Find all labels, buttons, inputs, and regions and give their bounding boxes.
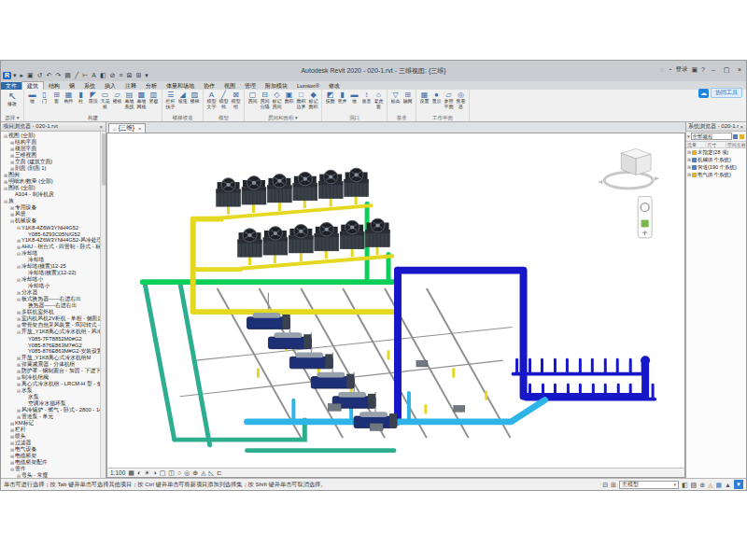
- temporary-view-properties-icon[interactable]: ◬: [201, 469, 205, 477]
- detail-level-icon[interactable]: ▦: [128, 469, 134, 477]
- model-canvas[interactable]: [107, 133, 684, 468]
- ribbon-button-窗[interactable]: ⊞窗: [50, 91, 63, 105]
- blue-pipes[interactable]: [398, 271, 655, 422]
- tree-item[interactable]: ⊞离心式冷水机组 - LRCM-H 型 - 侧吸型 - 108-175-CN: [1, 381, 106, 387]
- ribbon-button-面积边界[interactable]: □面积边界: [295, 91, 307, 109]
- ribbon-button-坡道[interactable]: ◢坡道: [176, 91, 189, 105]
- system-browser-row[interactable]: ⊞未指定(28 项): [686, 148, 746, 156]
- view-tab-3d[interactable]: ⌂ {三维} ×: [108, 123, 146, 133]
- system-browser-row[interactable]: ⊞电气(8 个系统): [686, 171, 746, 178]
- tree-item[interactable]: ⊟开放_Y1K8离心式冷水机组 - 风冷处理: [1, 329, 106, 335]
- ribbon-button-老虎窗[interactable]: ⌂老虎窗: [373, 91, 385, 109]
- ribbon-tab-钢[interactable]: 钢: [64, 82, 79, 90]
- exclude-options-icon[interactable]: ▨: [691, 481, 698, 489]
- ribbon-button-参照平面[interactable]: ▱参照平面: [443, 91, 455, 109]
- crop-view-icon[interactable]: ▢: [160, 469, 166, 477]
- ribbon-button-标记房间[interactable]: ◇标记房间: [271, 91, 283, 109]
- tree-item[interactable]: 冷却塔(横置)(12-22): [1, 270, 106, 276]
- ribbon-tab-系统[interactable]: 系统: [79, 82, 100, 90]
- ribbon-button-竖井[interactable]: ▮竖井: [336, 91, 348, 105]
- ribbon-tab-建筑[interactable]: 建筑: [21, 81, 44, 90]
- navigation-bar[interactable]: [638, 197, 652, 238]
- reveal-constraints-icon[interactable]: ⊏: [217, 469, 222, 477]
- ribbon-tab-视图[interactable]: 视图: [219, 82, 240, 90]
- ribbon-button-标记面积[interactable]: ◆标记面积: [307, 91, 319, 109]
- tree-item[interactable]: ⊞防护罩 - 钢制圆台 - 加固 - 下进下出: [1, 368, 106, 374]
- ribbon-button-模型组[interactable]: ⊠模型组: [230, 91, 242, 109]
- shadows-icon[interactable]: ◑: [152, 469, 156, 477]
- ribbon-button-房间[interactable]: ▢房间: [247, 91, 259, 105]
- ribbon-button-幕墙系统[interactable]: ▤幕墙系统: [123, 91, 135, 109]
- ribbon-tab-附加模块[interactable]: 附加模块: [261, 82, 292, 90]
- tree-item[interactable]: ⊟冷却塔小: [1, 276, 106, 283]
- ribbon-button-墙[interactable]: ▬墙: [348, 91, 360, 105]
- ribbon-button-垂直[interactable]: ↕垂直: [360, 91, 373, 105]
- scale-button[interactable]: 1:100: [110, 469, 125, 476]
- ribbon-tab-修改[interactable]: 修改: [324, 82, 345, 90]
- column-header-流量[interactable]: 流量: [686, 142, 706, 147]
- ribbon-button-设置[interactable]: ▦设置: [418, 91, 430, 105]
- autofit-columns-icon[interactable]: [740, 134, 744, 139]
- collaboration-tools-button[interactable]: 协同工具: [711, 88, 742, 98]
- ribbon-button-修改[interactable]: ↖修改: [3, 91, 21, 107]
- column-header-空间名称[interactable]: 空间名称: [726, 142, 746, 147]
- ribbon-tab-文件[interactable]: 文件: [1, 82, 21, 90]
- tree-item[interactable]: ⊟机械设备: [1, 217, 106, 224]
- view-tab-close-icon[interactable]: ×: [138, 126, 142, 132]
- ribbon-button-栏杆扶手[interactable]: ☰栏杆扶手: [164, 91, 176, 109]
- project-browser-close-icon[interactable]: ×: [98, 124, 104, 130]
- ribbon-button-按面[interactable]: ◩按面: [324, 91, 336, 105]
- press-drag-icon[interactable]: ⊕: [699, 481, 705, 489]
- ribbon-button-模型文字[interactable]: A模型文字: [205, 91, 218, 109]
- ribbon-tab-体量和场地[interactable]: 体量和场地: [162, 82, 199, 90]
- ribbon-button-屋顶[interactable]: ◤屋顶: [87, 91, 99, 105]
- ribbon-tab-Lumion®[interactable]: Lumion®: [292, 82, 324, 90]
- selection-filter-icon[interactable]: ▼: [734, 480, 743, 489]
- ribbon-tab-插入[interactable]: 插入: [100, 82, 120, 90]
- worksharing-display-icon[interactable]: ⊕: [192, 469, 198, 477]
- sort-systems-icon[interactable]: [733, 134, 738, 139]
- column-header-尺寸[interactable]: 尺寸: [706, 142, 726, 147]
- chevron-down-icon[interactable]: ▾: [687, 133, 690, 139]
- ribbon-button-查看器[interactable]: ◎查看器: [455, 91, 467, 109]
- ribbon-tab-管理[interactable]: 管理: [240, 82, 261, 90]
- active-workset-dropdown[interactable]: 主模型 ▾: [619, 481, 679, 489]
- tree-item[interactable]: ⊟水泵: [1, 387, 106, 394]
- sign-in-button[interactable]: 登录: [675, 65, 687, 74]
- reveal-hidden-elements-icon[interactable]: ◎: [184, 469, 190, 477]
- help-icon[interactable]: ?: [701, 66, 705, 73]
- ribbon-button-门[interactable]: ▯门: [38, 91, 50, 105]
- editable-only-icon[interactable]: ◧: [682, 481, 688, 489]
- ribbon-button-面积[interactable]: ▣面积: [283, 91, 295, 105]
- tree-item[interactable]: ⊟Y1K8-4Z6W3YNH4G52: [1, 224, 106, 231]
- ribbon-button-楼板[interactable]: ▱楼板: [111, 91, 123, 105]
- temporary-hide-isolate-icon[interactable]: ○: [177, 469, 181, 477]
- show-crop-region-icon[interactable]: ◫: [168, 469, 175, 477]
- system-browser-close-icon[interactable]: ×: [739, 124, 744, 130]
- visual-style-icon[interactable]: ◐: [137, 469, 141, 477]
- close-button[interactable]: ×: [735, 66, 744, 73]
- ribbon-button-构件[interactable]: ▦构件: [63, 91, 75, 105]
- tree-item[interactable]: Y085-7FT8852M0#G2: [1, 335, 106, 342]
- select-links-icon[interactable]: ◬: [708, 481, 712, 489]
- collaboration-cloud-icon[interactable]: ☁: [698, 89, 709, 98]
- restore-button[interactable]: ▢: [722, 66, 731, 74]
- select-underlay-icon[interactable]: ▦: [715, 481, 722, 489]
- hide-analytical-model-icon[interactable]: ◺: [209, 469, 214, 477]
- minimize-button[interactable]: –: [709, 66, 718, 73]
- tree-item[interactable]: 冷却塔小: [1, 283, 106, 289]
- ribbon-button-柱[interactable]: ▮柱: [75, 91, 87, 105]
- tree-item[interactable]: ⊞AHU - 组合式 - 四管制 - 卧式 - 标准 - 2000 - 10: [1, 244, 106, 250]
- ribbon-button-楼梯[interactable]: ▨楼梯: [189, 91, 201, 105]
- ribbon-button-显示[interactable]: ●显示: [430, 91, 443, 105]
- app-store-icon[interactable]: ▣: [691, 66, 698, 74]
- ribbon-tab-结构[interactable]: 结构: [44, 82, 64, 90]
- ribbon-tab-注释[interactable]: 注释: [120, 82, 141, 90]
- cooling-tower-bank-2[interactable]: [238, 218, 394, 269]
- ribbon-button-模型线[interactable]: ╱模型线: [218, 91, 230, 109]
- tree-item[interactable]: A104 - 制冷机房: [1, 191, 106, 198]
- ribbon-button-标高[interactable]: ▽标高: [389, 91, 402, 105]
- chiller-row[interactable]: [247, 313, 397, 428]
- cooling-tower-bank-1[interactable]: [217, 168, 373, 218]
- worksets-icon[interactable]: ⊟: [602, 481, 608, 489]
